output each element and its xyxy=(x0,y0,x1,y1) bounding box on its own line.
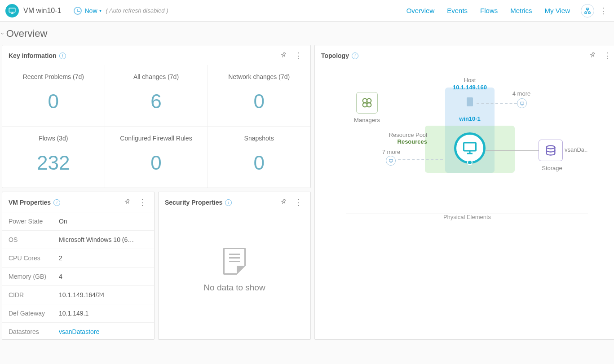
more-left-label: 7 more xyxy=(378,149,405,155)
time-label: Now xyxy=(84,7,97,14)
top-bar-kebab-icon[interactable]: ⋮ xyxy=(598,6,609,16)
section-title: Overview xyxy=(6,28,48,39)
svg-rect-10 xyxy=(389,159,392,162)
table-row: CIDR10.1.149.164/24 xyxy=(2,285,154,304)
vm-node-label[interactable]: win10-1 xyxy=(450,115,490,122)
topo-edge-dashed xyxy=(398,159,443,160)
pin-icon[interactable] xyxy=(280,198,287,207)
card-title: Key information xyxy=(9,52,57,59)
dashboard-grid: Key information i ⋮ Recent Problems (7d)… xyxy=(0,45,614,343)
empty-state: No data to show xyxy=(159,212,310,329)
info-icon[interactable]: i xyxy=(352,53,358,59)
table-row: Def Gateway10.1.149.1 xyxy=(2,304,154,322)
nav-events[interactable]: Events xyxy=(441,7,474,14)
topology-canvas[interactable]: Managers Host 10.1.149.160 4 more win10-… xyxy=(315,65,614,236)
table-row: OSMicrosoft Windows 10 (6… xyxy=(2,230,154,249)
svg-rect-1 xyxy=(587,8,588,9)
topo-edge xyxy=(378,103,456,103)
vm-node[interactable] xyxy=(454,132,486,164)
nav-metrics[interactable]: Metrics xyxy=(504,7,538,14)
table-row: Power StateOn xyxy=(2,212,154,230)
host-icon[interactable] xyxy=(467,97,473,106)
vm-badge-icon xyxy=(5,4,19,18)
more-top-icon[interactable] xyxy=(517,98,527,108)
properties-table: Power StateOn OSMicrosoft Windows 10 (6…… xyxy=(2,212,154,340)
more-top-label: 4 more xyxy=(508,90,535,97)
info-icon[interactable]: i xyxy=(59,53,66,59)
card-kebab-icon[interactable]: ⋮ xyxy=(137,197,148,207)
resource-pool-name[interactable]: Resources xyxy=(382,138,427,145)
svg-point-5 xyxy=(367,99,371,103)
metric-all-changes[interactable]: All changes (7d) 6 xyxy=(105,65,208,126)
chevron-down-icon: › xyxy=(0,33,5,35)
vm-properties-card: VM Properties i ⋮ Power StateOn OSMicros… xyxy=(2,192,155,340)
vm-status-dot xyxy=(467,160,473,165)
storage-name[interactable]: vsanDa.. xyxy=(565,146,592,153)
table-row: Memory (GB)4 xyxy=(2,267,154,285)
card-title: Security Properties xyxy=(165,199,222,206)
pin-icon[interactable] xyxy=(124,198,131,207)
page-title: VM win10-1 xyxy=(23,7,61,15)
card-kebab-icon[interactable]: ⋮ xyxy=(602,51,613,61)
metric-flows[interactable]: Flows (3d) 232 xyxy=(2,126,105,188)
topo-edge xyxy=(486,150,544,151)
metric-snapshots[interactable]: Snapshots 0 xyxy=(208,126,310,188)
more-left-icon[interactable] xyxy=(386,156,396,166)
empty-text: No data to show xyxy=(203,283,265,293)
nav-overview[interactable]: Overview xyxy=(400,7,441,14)
topology-card: Topology i ⋮ Managers xyxy=(314,45,614,340)
metric-firewall-rules[interactable]: Configured Firewall Rules 0 xyxy=(105,126,208,188)
info-icon[interactable]: i xyxy=(225,199,232,206)
topo-edge-dashed xyxy=(477,103,517,104)
svg-rect-3 xyxy=(588,12,590,13)
managers-label: Managers xyxy=(349,117,385,123)
time-picker[interactable]: Now ▾ xyxy=(74,7,101,15)
auto-refresh-status: ( Auto-refresh disabled ) xyxy=(106,7,168,14)
host-label: Host xyxy=(450,77,490,83)
top-bar: VM win10-1 Now ▾ ( Auto-refresh disabled… xyxy=(0,0,614,22)
metric-network-changes[interactable]: Network changes (7d) 0 xyxy=(208,65,310,126)
key-info-card: Key information i ⋮ Recent Problems (7d)… xyxy=(2,45,311,188)
table-row: CPU Cores2 xyxy=(2,249,154,267)
card-kebab-icon[interactable]: ⋮ xyxy=(293,197,304,207)
table-row: DatastoresvsanDatastore xyxy=(2,322,154,340)
topology-nav-icon[interactable] xyxy=(581,4,594,18)
storage-label: Storage xyxy=(539,165,565,171)
clock-icon xyxy=(74,7,82,15)
managers-node[interactable] xyxy=(356,92,378,114)
svg-point-6 xyxy=(363,103,367,107)
host-ip[interactable]: 10.1.149.160 xyxy=(445,84,495,91)
physical-elements-label: Physical Elements xyxy=(315,214,614,220)
card-title: VM Properties xyxy=(9,199,51,206)
svg-rect-0 xyxy=(9,8,15,12)
chevron-down-icon: ▾ xyxy=(99,8,102,13)
svg-point-7 xyxy=(367,103,371,107)
security-properties-card: Security Properties i ⋮ No data to show xyxy=(158,192,311,340)
svg-rect-9 xyxy=(464,143,476,151)
nav-myview[interactable]: My View xyxy=(539,7,576,14)
card-title: Topology xyxy=(321,52,349,59)
nav-flows[interactable]: Flows xyxy=(474,7,504,14)
info-icon[interactable]: i xyxy=(53,199,60,206)
metrics-grid: Recent Problems (7d) 0 All changes (7d) … xyxy=(2,65,310,188)
storage-node[interactable] xyxy=(539,140,563,161)
metric-recent-problems[interactable]: Recent Problems (7d) 0 xyxy=(2,65,105,126)
pin-icon[interactable] xyxy=(280,52,287,60)
svg-rect-2 xyxy=(585,12,587,13)
document-icon xyxy=(223,248,246,275)
svg-point-11 xyxy=(547,146,555,149)
pin-icon[interactable] xyxy=(589,52,596,60)
card-kebab-icon[interactable]: ⋮ xyxy=(293,51,304,61)
svg-point-4 xyxy=(363,99,367,103)
section-header[interactable]: › Overview xyxy=(0,22,614,45)
resource-pool-label: Resource Pool xyxy=(382,132,427,138)
svg-rect-8 xyxy=(520,102,523,104)
